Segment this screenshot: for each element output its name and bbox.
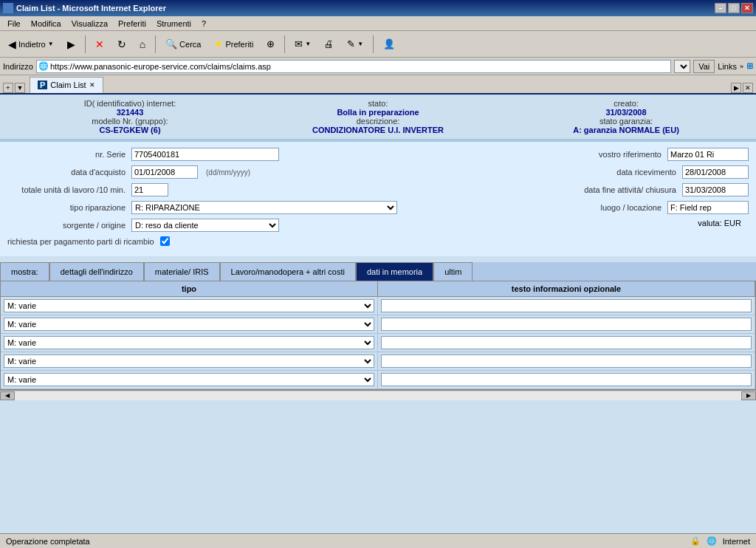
search-button[interactable]: 🔍 Cerca [160,34,206,55]
tab-indirizzo[interactable]: dettagli dell'indirizzo [49,262,144,281]
discuss-button[interactable]: 👤 [378,34,400,55]
separator-2 [155,35,156,53]
restore-button[interactable]: □ [728,3,740,13]
info-header: ID( identificativo) internet: 321443 mod… [0,95,756,139]
address-input-wrap: 🌐 [36,60,671,73]
data-ricevimento-label: data ricevimento [558,168,676,177]
forward-button[interactable]: ▶ [62,34,80,55]
data-ricevimento-input[interactable] [682,165,749,179]
stop-button[interactable]: ✕ [90,34,109,55]
close-tabs-button[interactable]: ✕ [743,83,753,93]
form-right: vostro riferimento data ricevimento data… [397,148,749,250]
richiesta-label: richiesta per pagamento parti di ricambi… [7,237,154,246]
testo-input-1[interactable] [381,299,752,312]
star-icon: ★ [214,38,223,49]
status-text: Operazione completata [6,537,684,546]
new-tab-button[interactable]: + [3,83,13,93]
data-acquisto-row: data d'acquisto (dd/mm/yyyy) [7,165,397,179]
testo-input-3[interactable] [381,336,752,349]
data-fine-label: data fine attività/ chiusura [529,185,676,194]
tab-small-buttons: + ▼ [3,83,25,93]
stato-cell: stato: Bolla in preparazione descrizione… [255,99,501,134]
richiesta-checkbox[interactable] [160,236,170,246]
menu-help[interactable]: ? [197,18,210,30]
tipo-select-2[interactable]: M: varie [4,318,374,331]
go-button[interactable]: Vai [693,60,715,73]
tab-bar: + ▼ P Claim List ✕ ▶ ✕ [0,75,756,95]
tab-mostra[interactable]: mostra: [0,262,49,281]
app-icon [3,3,13,13]
totale-input[interactable] [131,183,168,196]
separator-4 [373,35,374,53]
testo-cell-5 [378,371,755,388]
tab-materiale[interactable]: materiale/ IRIS [144,262,220,281]
mail-button[interactable]: ✉ ▼ [289,34,316,55]
back-button[interactable]: ◀ Indietro ▼ [3,34,59,55]
print-button[interactable]: 🖨 [319,34,339,55]
media-button[interactable]: ⊕ [261,34,280,55]
testo-cell-1 [378,297,755,315]
tipo-select-3[interactable]: M: varie [4,336,374,349]
tab-dati[interactable]: dati in memoria [356,262,433,281]
testo-input-2[interactable] [381,318,752,331]
vostro-rif-label: vostro riferimento [543,150,662,159]
tab-ultim[interactable]: ultim [433,262,472,281]
edit-dropdown: ▼ [357,41,363,47]
data-acquisto-input[interactable] [131,165,198,179]
menu-preferiti[interactable]: Preferiti [114,18,151,30]
luogo-input[interactable] [667,201,749,214]
edit-button[interactable]: ✎ ▼ [342,34,368,55]
data-fine-row: data fine attività/ chiusura [397,183,749,196]
menu-file[interactable]: File [3,18,25,30]
forward-icon: ▶ [67,38,75,50]
testo-cell-3 [378,334,755,352]
tipo-select-5[interactable]: M: varie [4,373,374,386]
scroll-right-button[interactable]: ▶ [731,83,741,93]
creato-cell: creato: 31/03/2008 stato garanzia: A: ga… [504,99,749,134]
nr-serie-input[interactable] [131,148,279,161]
address-input[interactable] [50,62,669,71]
close-button[interactable]: ✕ [741,3,753,13]
zone-icon: 🌐 [707,536,717,546]
tipo-riparazione-label: tipo riparazione [7,203,126,212]
tipo-riparazione-select[interactable]: R: RIPARAZIONE [131,201,397,214]
main-scroll[interactable]: ID( identificativo) internet: 321443 mod… [0,95,756,533]
tab-close-button[interactable]: ✕ [89,81,95,89]
sorgente-label: sorgente / origine [7,221,126,230]
menu-visualizza[interactable]: Visualizza [67,18,112,30]
status-right: 🔒 🌐 Internet [690,536,750,546]
address-dropdown[interactable] [674,60,690,73]
tipo-select-4[interactable]: M: varie [4,355,374,368]
claim-list-tab[interactable]: P Claim List ✕ [30,77,103,93]
data-fine-input[interactable] [682,183,749,196]
scroll-left-btn[interactable]: ◀ [0,391,15,400]
minimize-button[interactable]: – [715,3,726,13]
nav-tabs: mostra: dettagli dell'indirizzo material… [0,262,756,281]
testo-input-5[interactable] [381,373,752,386]
luogo-row: luogo / locazione [397,201,749,214]
sorgente-select[interactable]: D: reso da cliente [131,219,279,232]
home-button[interactable]: ⌂ [134,34,151,55]
tipo-cell-2: M: varie [1,315,378,333]
table-row: M: varie [1,371,755,389]
table-header: tipo testo informazioni opzionale [1,281,755,297]
address-bar: Indirizzo 🌐 Vai Links » ⊞ [0,58,756,75]
content-wrapper: ID( identificativo) internet: 321443 mod… [0,95,756,533]
tab-lavoro[interactable]: Lavoro/manodopera + altri costi [220,262,356,281]
favorites-button[interactable]: ★ Preferiti [209,34,258,55]
modello-label: modello Nr. (gruppo): [7,117,252,126]
creato-value: 31/03/2008 [504,108,749,117]
tipo-select-1[interactable]: M: varie [4,299,374,312]
dropdown-icon: ▼ [48,41,54,47]
garanzia-value: A: garanzia NORMALE (EU) [504,126,749,134]
menu-strumenti[interactable]: Strumenti [152,18,196,30]
scroll-right-btn-h[interactable]: ▶ [741,391,756,400]
menu-modifica[interactable]: Modifica [27,18,66,30]
testo-input-4[interactable] [381,355,752,368]
sorgente-row: sorgente / origine D: reso da cliente [7,219,397,232]
luogo-label: luogo / locazione [543,203,662,212]
vostro-rif-input[interactable] [667,148,749,161]
refresh-button[interactable]: ↻ [112,34,131,55]
tab-list-button[interactable]: ▼ [15,83,25,93]
horizontal-scrollbar[interactable]: ◀ ▶ [0,390,756,400]
